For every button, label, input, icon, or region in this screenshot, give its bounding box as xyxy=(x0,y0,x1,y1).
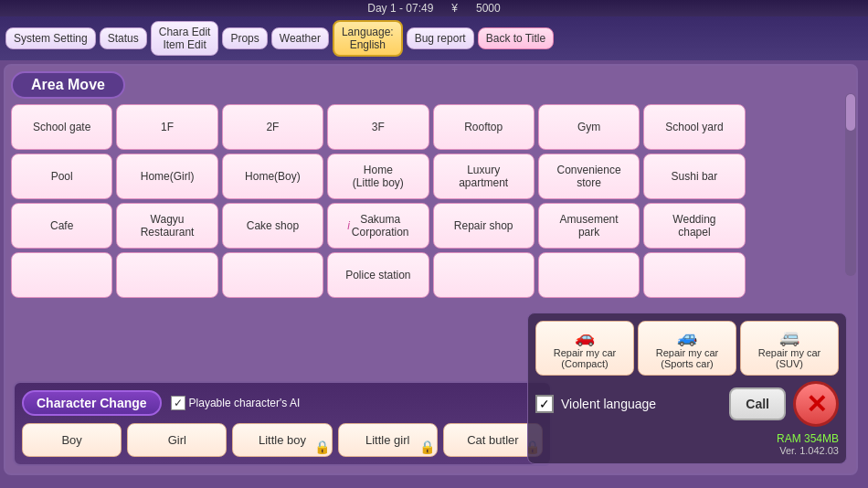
area-btn-empty5[interactable] xyxy=(538,252,640,298)
area-btn-empty6[interactable] xyxy=(643,252,745,298)
repair-row: 🚗 Repair my car(Compact) 🚙 Repair my car… xyxy=(535,321,839,376)
right-options-panel: 🚗 Repair my car(Compact) 🚙 Repair my car… xyxy=(527,313,847,464)
top-bar: Day 1 - 07:49 ¥ 5000 xyxy=(0,0,868,16)
call-button[interactable]: Call xyxy=(729,387,786,420)
char-change-title: Character Change xyxy=(22,390,162,416)
check-mark: ✓ xyxy=(171,396,185,410)
language-button[interactable]: Language:English xyxy=(333,20,403,57)
char-btn-little-girl[interactable]: Little girl🔒 xyxy=(338,423,438,457)
area-btn-1f[interactable]: 1F xyxy=(116,104,217,150)
area-btn-cake-shop[interactable]: Cake shop xyxy=(222,203,323,249)
ram-info: RAM 354MB xyxy=(535,432,839,445)
area-btn-2f[interactable]: 2F xyxy=(222,104,323,150)
area-btn-gym[interactable]: Gym xyxy=(538,104,640,150)
area-grid-row4: Police station xyxy=(11,252,851,298)
weather-button[interactable]: Weather xyxy=(271,27,329,49)
scroll-indicator xyxy=(845,93,856,276)
area-btn-home-boy[interactable]: Home(Boy) xyxy=(222,154,323,199)
toolbar: System Setting Status Chara Edit Item Ed… xyxy=(0,16,868,60)
repair-compact-icon: 🚗 xyxy=(544,327,626,347)
area-grid-row3: Cafe WagyuRestaurant Cake shop i SakumaC… xyxy=(11,203,851,249)
repair-compact-button[interactable]: 🚗 Repair my car(Compact) xyxy=(535,321,634,376)
repair-suv-button[interactable]: 🚐 Repair my car(SUV) xyxy=(740,321,839,376)
left-panel: Area Move School gate 1F 2F 3F Rooftop G… xyxy=(4,64,858,475)
char-change-header: Character Change ✓ Playable character's … xyxy=(22,390,543,416)
area-btn-empty1[interactable] xyxy=(11,252,112,298)
area-btn-empty4[interactable] xyxy=(433,252,535,298)
repair-suv-icon: 🚐 xyxy=(748,327,831,347)
area-btn-empty3[interactable] xyxy=(222,252,323,298)
violent-language-label: Violent language xyxy=(561,397,722,411)
area-btn-home-little-boy[interactable]: Home(Little boy) xyxy=(327,154,429,199)
back-to-title-button[interactable]: Back to Title xyxy=(478,27,554,49)
chara-edit-button[interactable]: Chara Edit Item Edit xyxy=(151,21,219,56)
area-btn-cafe[interactable]: Cafe xyxy=(11,203,112,249)
area-btn-empty2[interactable] xyxy=(116,252,217,298)
close-button[interactable]: ✕ xyxy=(793,381,839,427)
repair-sports-button[interactable]: 🚙 Repair my car(Sports car) xyxy=(638,321,736,376)
area-btn-wagyu[interactable]: WagyuRestaurant xyxy=(116,203,217,249)
area-btn-sakuma[interactable]: i SakumaCorporation xyxy=(327,203,429,249)
info-icon: i xyxy=(347,219,350,232)
repair-sports-icon: 🚙 xyxy=(646,327,728,347)
char-btn-boy[interactable]: Boy xyxy=(22,423,122,457)
violent-language-checkbox[interactable]: ✓ xyxy=(535,395,554,413)
area-btn-police-station[interactable]: Police station xyxy=(327,252,429,298)
lock-icon-little-boy: 🔒 xyxy=(314,440,330,454)
area-btn-school-gate[interactable]: School gate xyxy=(11,104,112,150)
area-btn-sushi-bar[interactable]: Sushi bar xyxy=(643,154,745,199)
area-btn-amusement-park[interactable]: Amusementpark xyxy=(538,203,640,249)
status-button[interactable]: Status xyxy=(100,27,147,49)
area-move-title: Area Move xyxy=(11,71,125,99)
area-btn-3f[interactable]: 3F xyxy=(327,104,429,150)
area-btn-home-girl[interactable]: Home(Girl) xyxy=(116,154,217,199)
area-btn-convenience-store[interactable]: Conveniencestore xyxy=(538,154,640,199)
props-button[interactable]: Props xyxy=(222,27,267,49)
version-info: Ver. 1.042.03 xyxy=(535,445,839,456)
bug-report-button[interactable]: Bug report xyxy=(407,27,474,49)
main-content: Area Move School gate 1F 2F 3F Rooftop G… xyxy=(0,60,868,479)
char-btn-little-boy[interactable]: Little boy🔒 xyxy=(232,423,332,457)
character-change-panel: Character Change ✓ Playable character's … xyxy=(13,381,552,466)
area-btn-rooftop[interactable]: Rooftop xyxy=(433,104,535,150)
ai-checkbox[interactable]: ✓ Playable character's AI xyxy=(171,396,301,410)
area-btn-pool[interactable]: Pool xyxy=(11,154,112,199)
day-info: Day 1 - 07:49 xyxy=(367,2,433,15)
scroll-thumb xyxy=(846,94,855,131)
area-grid-row1: School gate 1F 2F 3F Rooftop Gym School … xyxy=(11,104,851,150)
area-btn-luxury-apartment[interactable]: Luxuryapartment xyxy=(433,154,535,199)
system-setting-button[interactable]: System Setting xyxy=(5,27,96,49)
lock-icon-little-girl: 🔒 xyxy=(419,440,435,454)
area-btn-repair-shop[interactable]: Repair shop xyxy=(433,203,535,249)
char-buttons: Boy Girl Little boy🔒 Little girl🔒 Cat bu… xyxy=(22,423,543,457)
ai-checkbox-label: Playable character's AI xyxy=(189,397,301,409)
amount: 5000 xyxy=(476,2,501,15)
violent-language-row: ✓ Violent language Call ✕ xyxy=(535,381,839,427)
area-btn-wedding-chapel[interactable]: Weddingchapel xyxy=(643,203,745,249)
area-grid-row2: Pool Home(Girl) Home(Boy) Home(Little bo… xyxy=(11,154,851,199)
area-btn-school-yard[interactable]: School yard xyxy=(643,104,745,150)
char-btn-girl[interactable]: Girl xyxy=(127,423,227,457)
currency-symbol: ¥ xyxy=(451,2,458,15)
